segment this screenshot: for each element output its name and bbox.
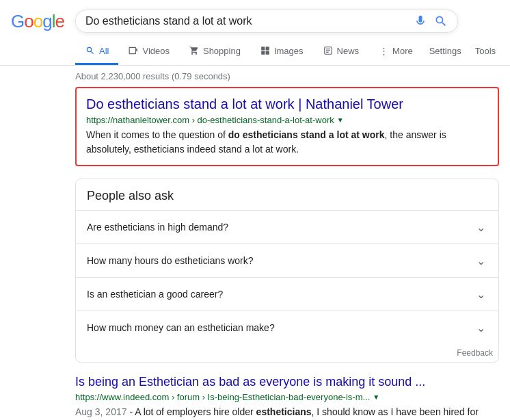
tab-all[interactable]: All	[75, 38, 118, 65]
more-dots-icon: ⋮	[378, 45, 389, 56]
main-content: Do estheticians stand a lot at work | Na…	[0, 87, 510, 420]
paa-item-1[interactable]: Are estheticians in high demand? ⌄	[76, 210, 498, 244]
chevron-down-icon-1: ⌄	[474, 220, 487, 234]
second-result-url-row: https://www.indeed.com › forum › Is-bein…	[75, 392, 499, 402]
tab-more[interactable]: ⋮ More	[368, 38, 422, 65]
chevron-down-icon-2: ⌄	[474, 254, 487, 267]
paa-question-4: How much money can an esthetician make?	[87, 322, 275, 333]
logo-letter-g2: g	[42, 11, 51, 32]
result-count: About 2,230,000 results (0.79 seconds)	[0, 66, 510, 87]
svg-rect-0	[130, 47, 136, 53]
second-result-snippet: Aug 3, 2017 - A lot of employers hire ol…	[75, 405, 499, 420]
search-input[interactable]	[85, 15, 408, 27]
feedback-link[interactable]: Feedback	[457, 348, 493, 358]
second-result-url: https://www.indeed.com › forum › Is-bein…	[75, 392, 370, 402]
logo-letter-o2: o	[33, 11, 42, 32]
images-tab-icon	[260, 45, 271, 56]
paa-item-3[interactable]: Is an esthetician a good career? ⌄	[76, 277, 498, 311]
tab-shopping-label: Shopping	[203, 46, 241, 56]
tab-more-label: More	[392, 46, 413, 56]
chevron-down-icon-3: ⌄	[474, 287, 487, 301]
snippet-bold-1: estheticians	[256, 406, 312, 417]
second-result-date: Aug 3, 2017	[75, 406, 127, 417]
svg-rect-3	[261, 51, 265, 55]
first-result-snippet: When it comes to the question of do esth…	[86, 128, 488, 157]
settings-link[interactable]: Settings	[422, 39, 468, 65]
first-result-bold: do estheticians stand a lot at work	[228, 129, 385, 140]
logo-letter-e: e	[55, 11, 64, 32]
news-tab-icon	[323, 45, 334, 56]
people-also-ask-box: People also ask Are estheticians in high…	[75, 179, 499, 363]
paa-item-2[interactable]: How many hours do estheticians work? ⌄	[76, 244, 498, 277]
google-logo: Google	[11, 11, 64, 32]
paa-question-1: Are estheticians in high demand?	[87, 222, 228, 233]
paa-question-2: How many hours do estheticians work?	[87, 255, 254, 266]
second-result-box: Is being an Esthetician as bad as everyo…	[75, 375, 499, 420]
video-tab-icon	[128, 45, 139, 56]
logo-letter-o1: o	[24, 11, 33, 32]
first-result-title[interactable]: Do estheticians stand a lot at work | Na…	[86, 96, 488, 112]
tab-all-label: All	[99, 46, 109, 56]
paa-title: People also ask	[76, 179, 498, 210]
header: Google	[0, 0, 510, 33]
search-bar[interactable]	[75, 10, 458, 33]
svg-rect-1	[261, 47, 265, 50]
tab-shopping[interactable]: Shopping	[179, 38, 250, 65]
tab-videos-label: Videos	[142, 46, 170, 56]
search-icons	[414, 14, 448, 28]
tab-images[interactable]: Images	[250, 38, 313, 65]
first-result-url: https://nathanieltower.com › do-esthetic…	[86, 115, 334, 125]
tab-images-label: Images	[274, 46, 304, 56]
microphone-icon[interactable]	[414, 14, 427, 28]
second-result-url-arrow: ▼	[373, 393, 379, 401]
paa-item-4[interactable]: How much money can an esthetician make? …	[76, 311, 498, 344]
first-result-url-arrow: ▼	[337, 116, 344, 124]
feedback-row: Feedback	[76, 344, 498, 362]
svg-rect-4	[266, 51, 269, 55]
paa-question-3: Is an esthetician a good career?	[87, 289, 223, 300]
second-result-title[interactable]: Is being an Esthetician as bad as everyo…	[75, 375, 499, 389]
tab-news[interactable]: News	[313, 38, 369, 65]
nav-tabs: All Videos Shopping Images	[0, 38, 510, 66]
chevron-down-icon-4: ⌄	[474, 321, 487, 334]
tools-link[interactable]: Tools	[468, 39, 502, 65]
logo-letter-g: G	[11, 11, 24, 32]
tab-news-label: News	[337, 46, 360, 56]
first-result-url-row: https://nathanieltower.com › do-esthetic…	[86, 115, 488, 125]
tab-videos[interactable]: Videos	[118, 38, 179, 65]
first-result-box: Do estheticians stand a lot at work | Na…	[75, 87, 499, 166]
shopping-tab-icon	[189, 45, 200, 56]
search-tab-icon	[85, 45, 96, 56]
svg-rect-2	[266, 47, 269, 50]
search-submit-icon[interactable]	[434, 14, 448, 28]
